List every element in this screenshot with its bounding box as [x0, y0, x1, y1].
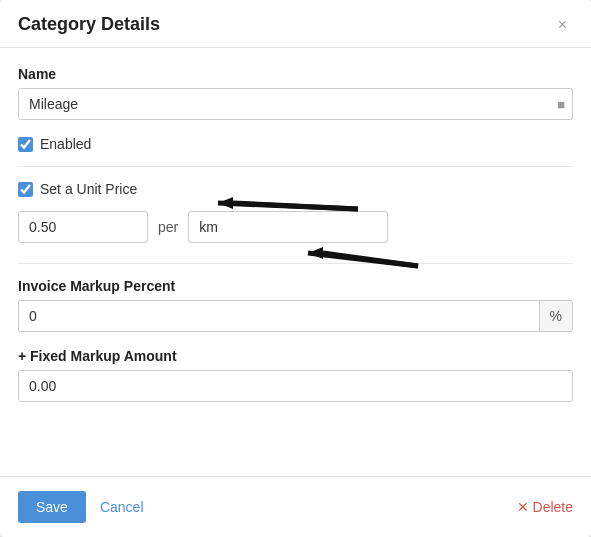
delete-icon: ✕ [517, 499, 529, 515]
category-details-modal: Category Details × Name ■ Enabled Set a … [0, 0, 591, 537]
clear-icon: ■ [557, 97, 565, 112]
set-unit-price-checkbox[interactable] [18, 182, 33, 197]
footer-left: Save Cancel [18, 491, 148, 523]
percent-addon: % [539, 300, 573, 332]
modal-footer: Save Cancel ✕ Delete [0, 476, 591, 537]
svg-line-2 [233, 203, 358, 209]
modal-body: Name ■ Enabled Set a Unit Price per [0, 48, 591, 468]
modal-title: Category Details [18, 14, 160, 35]
svg-marker-1 [308, 247, 323, 259]
save-button[interactable]: Save [18, 491, 86, 523]
unit-price-row: per [18, 211, 573, 243]
fixed-markup-input[interactable] [18, 370, 573, 402]
unit-input[interactable] [188, 211, 388, 243]
per-label: per [158, 219, 178, 235]
modal-header: Category Details × [0, 0, 591, 48]
set-unit-price-group: Set a Unit Price [18, 181, 573, 197]
divider-2 [18, 263, 573, 264]
invoice-markup-input-wrapper: % [18, 300, 573, 332]
unit-price-input[interactable] [18, 211, 148, 243]
set-unit-price-label[interactable]: Set a Unit Price [40, 181, 137, 197]
svg-line-3 [323, 253, 418, 266]
invoice-markup-input[interactable] [18, 300, 539, 332]
invoice-markup-group: Invoice Markup Percent % [18, 278, 573, 332]
cancel-button[interactable]: Cancel [96, 491, 148, 523]
divider-1 [18, 166, 573, 167]
name-input-wrapper: ■ [18, 88, 573, 120]
name-input[interactable] [18, 88, 573, 120]
invoice-markup-label: Invoice Markup Percent [18, 278, 573, 294]
close-button[interactable]: × [552, 15, 573, 35]
unit-price-section: Set a Unit Price per [18, 181, 573, 243]
name-label: Name [18, 66, 573, 82]
fixed-markup-group: + Fixed Markup Amount [18, 348, 573, 402]
delete-label: Delete [533, 499, 573, 515]
enabled-checkbox-group: Enabled [18, 136, 573, 152]
name-field-group: Name ■ [18, 66, 573, 120]
enabled-label[interactable]: Enabled [40, 136, 91, 152]
delete-button[interactable]: ✕ Delete [517, 499, 573, 515]
enabled-checkbox[interactable] [18, 137, 33, 152]
fixed-markup-label: + Fixed Markup Amount [18, 348, 573, 364]
svg-marker-0 [218, 197, 233, 209]
